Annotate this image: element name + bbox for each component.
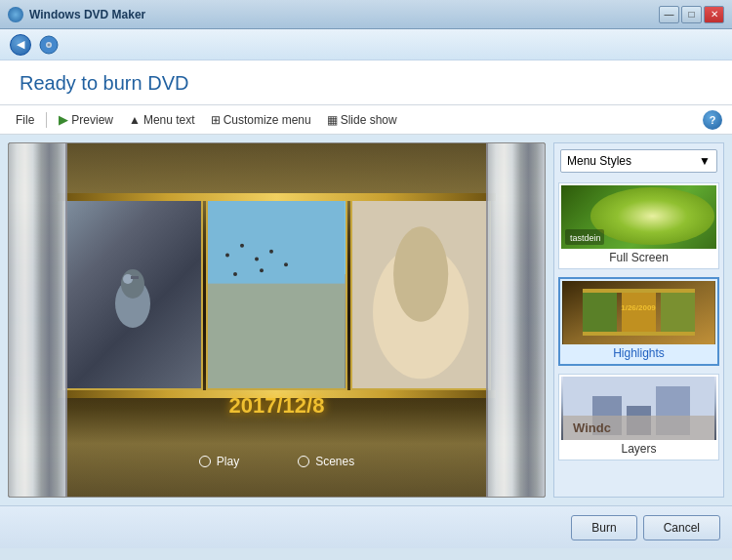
svg-point-12 [269,250,273,254]
window-title: Windows DVD Maker [29,8,145,21]
customize-menu-label: Customize menu [224,113,311,127]
thumb-flower [590,187,714,245]
menu-text-button[interactable]: ▲ Menu text [123,110,201,130]
gold-dot [301,179,306,184]
svg-point-13 [284,263,288,267]
maximize-button[interactable]: □ [681,6,702,23]
thumb-layers-bg: Windc [561,377,716,440]
scenes-button: Scenes [298,455,354,468]
thumb-fullscreen-bg: tastdein [561,185,716,249]
gold-dot [86,179,92,184]
nav-bar: ◀ [0,29,732,60]
svg-point-11 [255,258,259,261]
film-cell-3 [350,196,491,390]
page-title: Ready to burn DVD [20,72,712,95]
date-display: 2017/12/8 [9,393,545,419]
back-button[interactable]: ◀ [10,34,31,56]
svg-rect-8 [208,284,345,388]
main-content: 2017/12/8 Play Scenes Menu Styles ▼ [0,135,732,505]
svg-point-2 [48,43,51,46]
style-label-highlights: Highlights [562,344,715,362]
style-thumb-full-screen: tastdein [561,185,716,249]
style-label-full-screen: Full Screen [561,249,716,266]
dvd-preview-area: 2017/12/8 Play Scenes [8,142,546,498]
bottom-bar: Burn Cancel [0,505,732,548]
gold-dot [462,179,468,184]
style-item-highlights[interactable]: 1/26/2009 Highlights [558,277,719,366]
style-item-layers[interactable]: Windc Layers [558,374,719,460]
style-thumb-layers: Windc [561,377,716,440]
photo-flock [208,198,345,388]
dvd-nav-buttons: Play Scenes [9,455,545,468]
svg-rect-23 [583,289,617,336]
slide-show-button[interactable]: ▦ Slide show [321,110,403,130]
gold-dot [193,179,199,184]
menu-text-icon: ▲ [129,113,141,127]
svg-text:1/26/2009: 1/26/2009 [621,303,656,312]
dvd-preview: 2017/12/8 Play Scenes [9,143,545,497]
slideshow-icon: ▦ [327,113,338,127]
svg-point-18 [393,227,448,323]
svg-point-4 [121,269,144,299]
title-bar-left: Windows DVD Maker [8,7,145,22]
photo-seagull [352,198,489,388]
film-strip [62,196,491,390]
style-thumb-highlights: 1/26/2009 [562,281,715,344]
menu-text-label: Menu text [143,113,195,127]
toolbar: File ▶ Preview ▲ Menu text ⊞ Customize m… [0,105,732,135]
burn-button[interactable]: Burn [571,515,636,540]
styles-list: tastdein Full Screen [554,179,723,497]
preview-label: Preview [71,113,113,127]
gold-dot [140,179,145,184]
cylinder-left [9,143,67,497]
header: Ready to burn DVD [0,60,732,105]
styles-dropdown[interactable]: Menu Styles ▼ [560,149,717,173]
toolbar-separator-1 [46,112,47,128]
svg-point-9 [225,254,229,258]
styles-panel: Menu Styles ▼ tastdein [553,142,724,498]
dvd-icon [39,35,59,55]
customize-menu-button[interactable]: ⊞ Customize menu [205,110,317,130]
minimize-button[interactable]: — [659,6,679,23]
preview-button[interactable]: ▶ Preview [53,109,119,130]
svg-point-14 [233,272,237,276]
chevron-down-icon: ▼ [699,154,711,168]
close-button[interactable]: ✕ [704,6,724,23]
play-button: Play [199,455,239,468]
styles-dropdown-label: Menu Styles [567,154,631,168]
scenes-label: Scenes [315,455,354,468]
window-controls: — □ ✕ [659,6,724,23]
slide-show-label: Slide show [341,113,397,127]
svg-rect-7 [208,198,345,284]
scenes-circle [298,456,309,467]
gold-dot [354,179,360,184]
film-cell-1 [62,196,203,390]
svg-point-15 [260,268,264,272]
svg-text:tastdein: tastdein [570,233,601,243]
preview-icon: ▶ [59,112,68,127]
cylinder-right [486,143,545,497]
file-menu[interactable]: File [10,110,40,130]
title-bar: Windows DVD Maker — □ ✕ [0,0,732,29]
film-cell-2 [206,196,346,390]
svg-rect-27 [583,332,695,336]
customize-icon: ⊞ [211,113,221,127]
gold-dots-top [62,179,491,184]
gold-dot [247,179,253,184]
photo-bird [64,198,201,388]
play-label: Play [217,455,239,468]
svg-rect-6 [131,276,139,279]
gold-dot [408,179,414,184]
svg-rect-25 [661,289,695,336]
help-button[interactable]: ? [703,110,722,130]
play-circle [199,456,211,467]
styles-panel-inner: tastdein Full Screen [554,179,723,497]
svg-rect-24 [622,289,656,336]
style-label-layers: Layers [561,440,716,458]
file-label: File [16,113,34,127]
svg-text:Windc: Windc [573,420,611,435]
style-item-full-screen[interactable]: tastdein Full Screen [558,182,719,269]
thumb-highlights-bg: 1/26/2009 [562,281,715,344]
cancel-button[interactable]: Cancel [643,515,720,540]
gold-border-top [58,193,496,201]
